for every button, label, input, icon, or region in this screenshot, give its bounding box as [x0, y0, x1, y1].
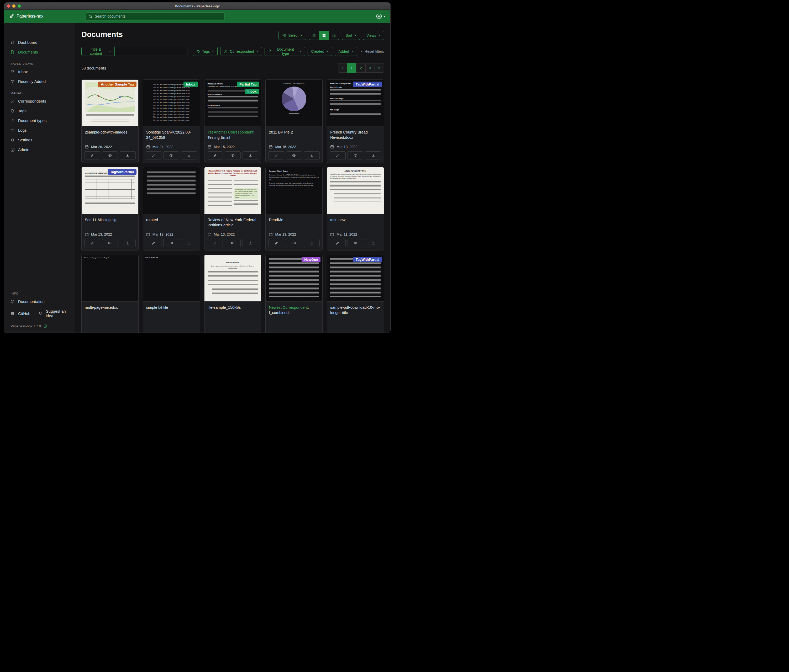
- view-document-button[interactable]: [163, 239, 179, 247]
- sidebar-item-tags[interactable]: Tags: [4, 106, 75, 116]
- document-title[interactable]: Yet Another Correspondent: Testing Email: [208, 130, 258, 140]
- document-title[interactable]: ReadMe: [269, 217, 319, 223]
- document-thumbnail[interactable]: NewOne: [266, 255, 322, 302]
- sidebar-item-logs[interactable]: Logs: [4, 125, 75, 135]
- edit-document-button[interactable]: [84, 239, 100, 247]
- download-document-button[interactable]: [181, 239, 197, 247]
- document-thumbnail[interactable]: French Country Bread For the Levain: Mak…: [327, 80, 384, 126]
- document-title[interactable]: simple txt file: [146, 305, 196, 310]
- download-document-button[interactable]: [365, 151, 381, 159]
- view-document-button[interactable]: [102, 239, 118, 247]
- pagination-page-1[interactable]: 1: [347, 63, 356, 73]
- edit-document-button[interactable]: [330, 239, 346, 247]
- sidebar-item-github[interactable]: GitHub: [4, 309, 32, 318]
- view-document-button[interactable]: [225, 151, 241, 159]
- view-document-button[interactable]: [348, 151, 364, 159]
- pagination-next-button[interactable]: »: [375, 63, 384, 73]
- sidebar-item-inbox[interactable]: Inbox: [4, 67, 75, 76]
- document-thumbnail[interactable]: This is a test file.: [143, 255, 200, 302]
- document-thumbnail[interactable]: Adobe Acrobat PDF Files Adobe® Portable …: [327, 167, 384, 214]
- tag-badge[interactable]: Partial Tag: [237, 81, 259, 87]
- select-button[interactable]: Select: [278, 31, 306, 40]
- detail-view-button[interactable]: [329, 31, 339, 40]
- sidebar-item-documentation[interactable]: Documentation: [4, 297, 75, 306]
- sidebar-item-settings[interactable]: ⚙ Settings: [4, 135, 75, 145]
- views-button[interactable]: Views: [363, 31, 384, 40]
- document-title[interactable]: rotated: [146, 217, 196, 223]
- view-document-button[interactable]: [286, 239, 302, 247]
- sidebar-item-documents[interactable]: Documents: [4, 47, 75, 57]
- download-document-button[interactable]: [304, 239, 320, 247]
- tag-badge[interactable]: Inbox: [184, 81, 198, 87]
- close-window-button[interactable]: [7, 5, 10, 8]
- correspondent-filter-button[interactable]: Correspondent: [220, 47, 262, 56]
- download-document-button[interactable]: [365, 239, 381, 247]
- edit-document-button[interactable]: [207, 151, 223, 159]
- sidebar-item-correspondents[interactable]: Correspondents: [4, 96, 75, 106]
- document-card[interactable]: NewOne Newest Correspondent: f_combineds: [265, 255, 323, 333]
- document-card[interactable]: This is a multi page document. Page 1. m…: [81, 255, 139, 333]
- tag-badge[interactable]: Another Sample Tag: [98, 81, 136, 87]
- edit-document-button[interactable]: [146, 151, 162, 159]
- edit-document-button[interactable]: [268, 151, 284, 159]
- title-content-dropdown[interactable]: Title & content: [81, 47, 115, 56]
- document-title[interactable]: French Country Bread Revised.docx: [330, 130, 380, 140]
- user-menu[interactable]: [376, 13, 386, 19]
- document-card[interactable]: Release Notes Simba ODBC Driver for SQL …: [204, 80, 262, 163]
- view-document-button[interactable]: [102, 151, 118, 159]
- sidebar-item-document-types[interactable]: # Document types: [4, 116, 75, 125]
- document-thumbnail[interactable]: Contact Sheet Demo Given a set of image …: [266, 167, 322, 214]
- sidebar-item-suggest-idea[interactable]: Suggest an idea: [32, 306, 75, 320]
- list-view-button[interactable]: [309, 31, 319, 40]
- download-document-button[interactable]: [120, 239, 136, 247]
- document-title[interactable]: 2011 BP Pie 2: [269, 130, 319, 135]
- document-title[interactable]: Newest Correspondent: f_combineds: [269, 305, 319, 315]
- search-input[interactable]: [95, 14, 222, 18]
- edit-document-button[interactable]: [268, 239, 284, 247]
- document-card[interactable]: Contact Sheet Demo Given a set of image …: [265, 167, 323, 250]
- sidebar-item-recently-added[interactable]: Recently Added: [4, 76, 75, 86]
- document-title[interactable]: sample-pdf-download-10-mb-longer-title: [330, 305, 380, 315]
- grid-view-button[interactable]: [319, 31, 329, 40]
- document-thumbnail[interactable]: Lorem ipsum Lorem ipsum dolor sit amet, …: [204, 255, 261, 302]
- reset-filters-button[interactable]: × Reset filters: [361, 49, 384, 54]
- download-document-button[interactable]: [243, 151, 259, 159]
- view-document-button[interactable]: [163, 151, 179, 159]
- document-card[interactable]: Another Sample Tag 2sample-pdf-with-imag…: [81, 80, 139, 163]
- view-document-button[interactable]: [225, 239, 241, 247]
- edit-document-button[interactable]: [146, 239, 162, 247]
- view-document-button[interactable]: [348, 239, 364, 247]
- minimize-window-button[interactable]: [12, 5, 16, 8]
- pagination-prev-button[interactable]: «: [338, 63, 347, 73]
- document-title[interactable]: 2sample-pdf-with-images: [85, 130, 135, 135]
- document-card[interactable]: Lorem ipsum Lorem ipsum dolor sit amet, …: [204, 255, 262, 333]
- sort-button[interactable]: Sort: [342, 31, 360, 40]
- sidebar-item-dashboard[interactable]: Dashboard: [4, 38, 75, 47]
- download-document-button[interactable]: [304, 151, 320, 159]
- info-circle-icon[interactable]: [43, 324, 47, 328]
- title-content-input[interactable]: [115, 47, 187, 56]
- document-type-filter-button[interactable]: Document type: [265, 47, 305, 56]
- created-filter-button[interactable]: Created: [308, 47, 332, 56]
- tag-badge[interactable]: Inbox: [245, 89, 259, 94]
- document-thumbnail[interactable]: 11. CONTINUING MEDICAL EDUCA TagWithPart…: [81, 167, 138, 214]
- document-thumbnail[interactable]: This is a multi page document. Page 1.: [81, 255, 138, 302]
- tag-badge[interactable]: TagWithPartial: [108, 169, 136, 175]
- document-thumbnail[interactable]: Release Notes Simba ODBC Driver for SQL …: [204, 80, 261, 126]
- edit-document-button[interactable]: [207, 239, 223, 247]
- tags-filter-button[interactable]: Tags: [193, 47, 218, 56]
- document-card[interactable]: rotated Mar 13, 2022: [143, 167, 200, 250]
- edit-document-button[interactable]: [84, 151, 100, 159]
- document-card[interactable]: TagWithPartial sample-pdf-download-10-mb…: [327, 255, 384, 333]
- brand[interactable]: Paperless-ngx: [9, 14, 86, 19]
- tag-badge[interactable]: TagWithPartial: [353, 81, 382, 87]
- edit-document-button[interactable]: [330, 151, 346, 159]
- document-title[interactable]: Sonstige ScanPC2022 03-24_081058: [146, 130, 196, 140]
- document-thumbnail[interactable]: [143, 167, 200, 214]
- document-card[interactable]: This is a test file. simple txt file: [143, 255, 200, 333]
- added-filter-button[interactable]: Added: [335, 47, 357, 56]
- document-card[interactable]: 11. CONTINUING MEDICAL EDUCA TagWithPart…: [81, 167, 139, 250]
- document-correspondent[interactable]: Yet Another Correspondent: [208, 130, 253, 134]
- document-title[interactable]: file-sample_150kBs: [208, 305, 258, 310]
- document-thumbnail[interactable]: This is a test for the double space char…: [143, 80, 200, 126]
